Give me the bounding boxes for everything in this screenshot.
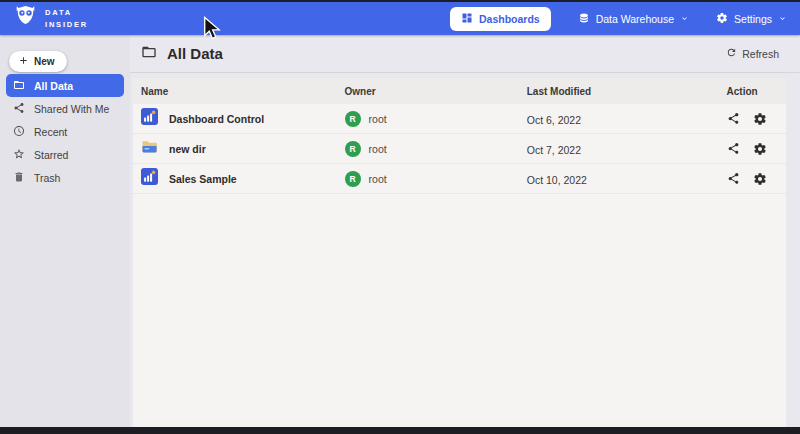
gear-action-icon[interactable] — [753, 112, 767, 126]
file-name: Dashboard Control — [169, 113, 264, 125]
window-top-edge — [0, 0, 800, 2]
share-action-icon[interactable] — [727, 142, 740, 155]
owner-avatar: R — [345, 141, 361, 157]
column-header-action: Action — [727, 86, 786, 97]
data-warehouse-menu[interactable]: Data Warehouse — [578, 12, 689, 26]
plus-icon — [18, 55, 29, 68]
owner-name: root — [369, 113, 387, 125]
share-action-icon[interactable] — [727, 172, 740, 185]
table-header: Name Owner Last Modified Action — [133, 78, 786, 104]
brand-name: DATA INSIDER — [45, 7, 88, 30]
table-row[interactable]: new dir R root Oct 7, 2022 — [133, 134, 786, 164]
share-action-icon[interactable] — [727, 112, 740, 125]
page-header: All Data Refresh — [130, 35, 800, 73]
last-modified-date: Oct 6, 2022 — [527, 114, 581, 126]
table-row[interactable]: Sales Sample R root Oct 10, 2022 — [133, 164, 786, 194]
share-icon — [13, 102, 25, 116]
database-icon — [578, 12, 590, 26]
column-header-owner: Owner — [345, 86, 527, 97]
column-header-last-modified: Last Modified — [527, 86, 727, 97]
new-button[interactable]: New — [9, 51, 67, 72]
refresh-button[interactable]: Refresh — [726, 47, 779, 60]
sidebar: New All Data Shared With Me Recent — [0, 35, 130, 427]
dashboard-grid-icon — [461, 12, 473, 26]
gear-action-icon[interactable] — [753, 142, 767, 156]
settings-menu[interactable]: Settings — [716, 12, 787, 26]
sidebar-item-starred[interactable]: Starred — [6, 143, 124, 166]
dashboard-file-icon — [141, 168, 158, 189]
trash-icon — [13, 171, 25, 185]
brand-logo: DATA INSIDER — [13, 4, 88, 33]
sidebar-item-trash[interactable]: Trash — [6, 166, 124, 189]
folder-icon — [13, 79, 25, 93]
owl-logo-icon — [13, 4, 38, 33]
chevron-down-icon — [680, 13, 689, 25]
sidebar-nav: All Data Shared With Me Recent Starred — [0, 74, 130, 189]
dashboard-file-icon — [141, 108, 158, 129]
top-navbar: DATA INSIDER Dashboards Data Warehouse — [0, 2, 800, 35]
refresh-icon — [726, 47, 737, 60]
app-window: DATA INSIDER Dashboards Data Warehouse — [0, 0, 800, 434]
owner-name: root — [369, 173, 387, 185]
file-table-card: Name Owner Last Modified Action Dashboar… — [133, 78, 786, 427]
navbar-actions: Dashboards Data Warehouse Settings — [450, 7, 787, 31]
window-bottom-edge — [0, 427, 800, 434]
owner-avatar: R — [345, 111, 361, 127]
owner-name: root — [369, 143, 387, 155]
sidebar-item-all-data[interactable]: All Data — [6, 74, 124, 97]
last-modified-date: Oct 7, 2022 — [527, 144, 581, 156]
folder-icon — [141, 44, 157, 63]
gear-icon — [716, 12, 728, 26]
chevron-down-icon — [778, 13, 787, 25]
folder-file-icon — [141, 138, 158, 159]
main-content: All Data Refresh Name Owner Last Modifie… — [130, 35, 800, 427]
column-header-name: Name — [133, 86, 345, 97]
file-name: new dir — [169, 143, 206, 155]
gear-action-icon[interactable] — [753, 172, 767, 186]
clock-icon — [13, 125, 25, 139]
table-row[interactable]: Dashboard Control R root Oct 6, 2022 — [133, 104, 786, 134]
owner-avatar: R — [345, 171, 361, 187]
page-title: All Data — [141, 44, 223, 63]
sidebar-item-shared-with-me[interactable]: Shared With Me — [6, 97, 124, 120]
dashboards-button[interactable]: Dashboards — [450, 7, 551, 31]
sidebar-item-recent[interactable]: Recent — [6, 120, 124, 143]
last-modified-date: Oct 10, 2022 — [527, 174, 587, 186]
file-name: Sales Sample — [169, 173, 237, 185]
star-icon — [13, 148, 25, 162]
